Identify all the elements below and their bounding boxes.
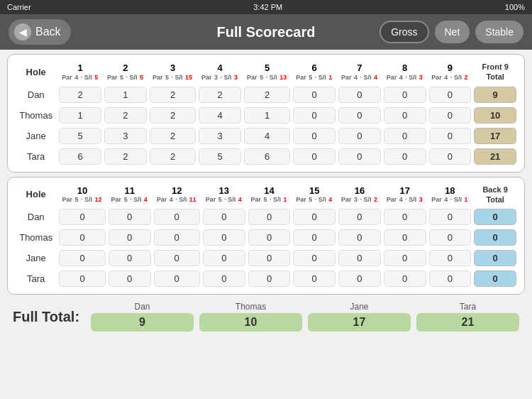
score-cell[interactable]: 5 [58, 126, 102, 146]
score-cell[interactable]: 0 [108, 269, 152, 288]
hole-17-header: 17 Par 4 · S/I 3 [383, 183, 427, 207]
score-cell[interactable]: 0 [428, 228, 472, 247]
score-cell[interactable]: 0 [248, 207, 292, 226]
score-cell[interactable]: 1 [58, 106, 102, 125]
front9-total-cell: 21 [473, 147, 517, 166]
score-cell[interactable]: 2 [149, 106, 196, 125]
score-cell[interactable]: 2 [104, 147, 148, 166]
score-cell[interactable]: 2 [243, 85, 291, 104]
score-cell[interactable]: 0 [428, 85, 472, 104]
hole-13-header: 13 Par 5 · S/I 4 [202, 183, 246, 207]
score-cell[interactable]: 0 [202, 207, 246, 226]
score-cell[interactable]: 2 [104, 106, 148, 125]
score-cell[interactable]: 3 [104, 126, 148, 146]
score-cell[interactable]: 0 [292, 228, 336, 247]
back9-total-cell: 0 [473, 207, 517, 226]
score-cell[interactable]: 0 [338, 248, 382, 268]
player-name: Dan [15, 207, 57, 226]
score-cell[interactable]: 0 [383, 228, 427, 247]
hole-10-header: 10 Par 5 · S/I 12 [58, 183, 106, 207]
score-cell[interactable]: 0 [338, 207, 382, 226]
score-cell[interactable]: 0 [108, 207, 152, 226]
score-cell[interactable]: 0 [428, 269, 472, 288]
score-cell[interactable]: 0 [248, 248, 292, 268]
score-cell[interactable]: 0 [338, 126, 382, 146]
score-cell[interactable]: 0 [292, 248, 336, 268]
score-cell[interactable]: 0 [292, 106, 336, 125]
net-button[interactable]: Net [435, 21, 470, 43]
score-cell[interactable]: 4 [243, 126, 291, 146]
score-cell[interactable]: 0 [338, 147, 382, 166]
score-cell[interactable]: 5 [198, 147, 242, 166]
score-cell[interactable]: 0 [428, 106, 472, 125]
score-cell[interactable]: 0 [383, 147, 427, 166]
score-cell[interactable]: 0 [428, 207, 472, 226]
table-row: Dan2122200009 [15, 85, 517, 104]
score-cell[interactable]: 0 [292, 126, 336, 146]
score-cell[interactable]: 0 [292, 85, 336, 104]
score-cell[interactable]: 0 [108, 228, 152, 247]
score-cell[interactable]: 0 [58, 207, 106, 226]
score-cell[interactable]: 0 [338, 85, 382, 104]
full-total-player-score: 10 [199, 313, 302, 332]
score-cell[interactable]: 0 [108, 248, 152, 268]
player-name: Dan [15, 85, 57, 104]
score-cell[interactable]: 0 [383, 126, 427, 146]
score-cell[interactable]: 2 [58, 85, 102, 104]
table-row: Dan0000000000 [15, 207, 517, 226]
score-cell[interactable]: 0 [383, 269, 427, 288]
score-cell[interactable]: 0 [428, 248, 472, 268]
score-cell[interactable]: 6 [243, 147, 291, 166]
score-cell[interactable]: 0 [248, 228, 292, 247]
score-cell[interactable]: 0 [338, 269, 382, 288]
score-cell[interactable]: 0 [153, 269, 201, 288]
score-cell[interactable]: 0 [428, 126, 472, 146]
score-cell[interactable]: 2 [149, 147, 196, 166]
score-cell[interactable]: 0 [383, 85, 427, 104]
gross-button[interactable]: Gross [379, 21, 428, 43]
back-button[interactable]: ◀ Back [9, 19, 71, 45]
score-cell[interactable]: 0 [338, 228, 382, 247]
score-cell[interactable]: 3 [198, 126, 242, 146]
score-cell[interactable]: 0 [428, 147, 472, 166]
score-cell[interactable]: 0 [58, 248, 106, 268]
score-cell[interactable]: 0 [338, 106, 382, 125]
score-cell[interactable]: 1 [104, 85, 148, 104]
score-cell[interactable]: 0 [153, 228, 201, 247]
score-cell[interactable]: 0 [292, 147, 336, 166]
full-total-player-name: Jane [350, 302, 368, 312]
score-cell[interactable]: 0 [383, 207, 427, 226]
stable-button[interactable]: Stable [475, 21, 523, 43]
full-total-player-name: Thomas [235, 302, 266, 312]
score-cell[interactable]: 0 [202, 228, 246, 247]
score-cell[interactable]: 0 [383, 106, 427, 125]
score-cell[interactable]: 0 [58, 228, 106, 247]
score-cell[interactable]: 4 [198, 106, 242, 125]
score-cell[interactable]: 6 [58, 147, 102, 166]
score-cell[interactable]: 0 [292, 207, 336, 226]
player-name: Thomas [15, 106, 57, 125]
score-cell[interactable]: 0 [202, 269, 246, 288]
score-cell[interactable]: 0 [153, 207, 201, 226]
back9-table: Hole 10 Par 5 · S/I 12 11 Par 5 · S/I 4 [13, 182, 519, 290]
back9-total-header: Back 9Total [473, 183, 517, 207]
score-cell[interactable]: 0 [292, 269, 336, 288]
score-cell[interactable]: 0 [202, 248, 246, 268]
score-cell[interactable]: 0 [153, 248, 201, 268]
score-cell[interactable]: 0 [383, 248, 427, 268]
hole-16-header: 16 Par 3 · S/I 2 [338, 183, 382, 207]
full-total-player: Dan9 [91, 302, 194, 332]
score-cell[interactable]: 2 [149, 85, 196, 104]
score-cell[interactable]: 2 [198, 85, 242, 104]
back9-total-cell: 0 [473, 248, 517, 268]
score-cell[interactable]: 1 [243, 106, 291, 125]
front9-header-row: Hole 1 Par 4 · S/I 5 2 Par 5 · S/I 5 [15, 60, 517, 84]
front9-total-cell: 9 [473, 85, 517, 104]
full-total-player-score: 17 [308, 313, 411, 332]
player-name: Jane [15, 126, 57, 146]
hole-header-label-back: Hole [15, 183, 57, 207]
table-row: Jane53234000017 [15, 126, 517, 146]
score-cell[interactable]: 2 [149, 126, 196, 146]
score-cell[interactable]: 0 [58, 269, 106, 288]
score-cell[interactable]: 0 [248, 269, 292, 288]
